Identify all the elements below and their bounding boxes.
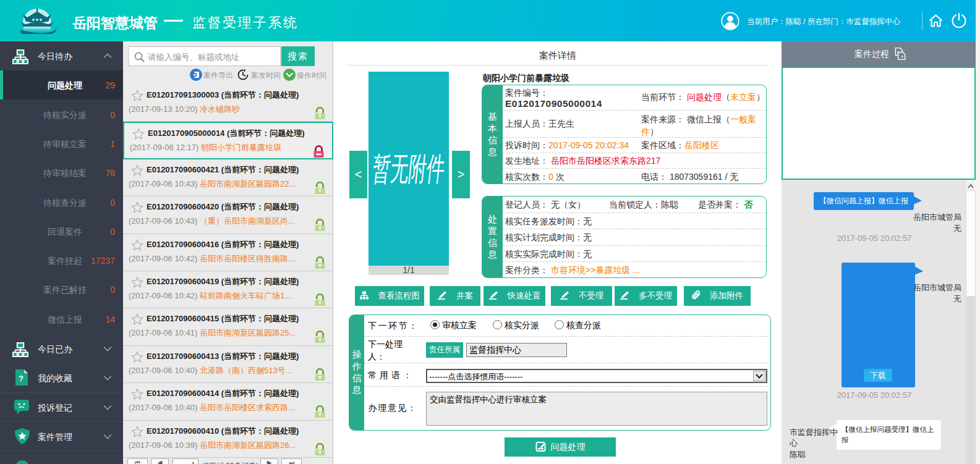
svg-text:W: W: [193, 73, 197, 77]
svg-text:?: ?: [19, 374, 23, 383]
